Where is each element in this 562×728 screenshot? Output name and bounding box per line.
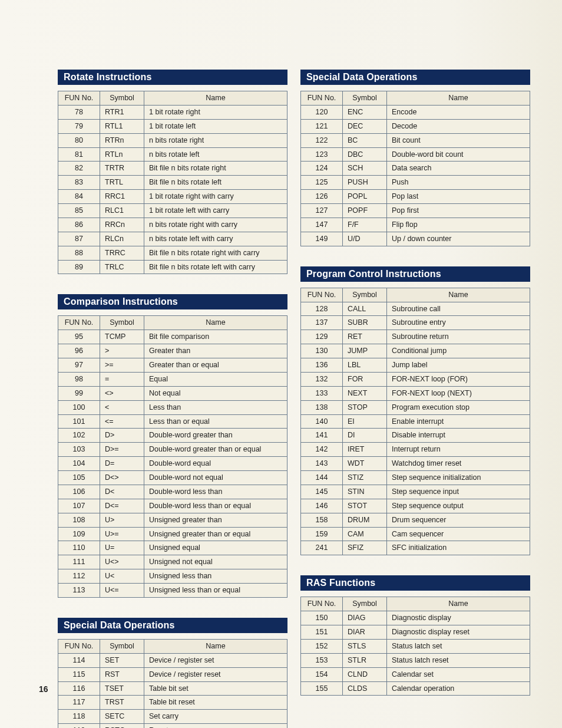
table-row: 79RTL11 bit rotate left [58,119,287,133]
column-header: Name [144,639,287,653]
table-row: 143WDTWatchdog timer reset [301,457,530,471]
name-cell: Up / down counter [387,232,530,246]
table-row: 82TRTRBit file n bits rotate right [58,162,287,176]
name-cell: FOR-NEXT loop (NEXT) [387,386,530,400]
fun-no-cell: 130 [301,344,343,358]
name-cell: Diagnostic display [387,611,530,625]
name-cell: 1 bit rotate right [144,105,287,119]
fun-no-cell: 107 [58,499,100,513]
name-cell: Status latch set [387,639,530,653]
instruction-table: FUN No.SymbolName150DIAGDiagnostic displ… [300,597,530,696]
symbol-cell: U/D [343,232,387,246]
table-row: 112U<Unsigned less than [58,569,287,584]
name-cell: Greater than [144,344,287,358]
name-cell: Push [387,176,530,190]
section: Special Data OperationsFUN No.SymbolName… [300,70,530,246]
symbol-cell: ENC [343,105,387,119]
symbol-cell: PUSH [343,176,387,190]
section: Program Control InstructionsFUN No.Symbo… [300,266,530,556]
fun-no-cell: 117 [58,696,100,710]
fun-no-cell: 143 [301,457,343,471]
fun-no-cell: 155 [301,681,343,696]
symbol-cell: RLCn [100,232,144,246]
name-cell: Unsigned greater than [144,513,287,527]
table-row: 127POPFPop first [301,204,530,218]
name-cell: n bits rotate left with carry [144,232,287,246]
table-row: 151DIARDiagnostic display reset [301,625,530,640]
symbol-cell: RRCn [100,218,144,232]
table-row: 128CALLSubroutine call [301,302,530,316]
name-cell: Diagnostic display reset [387,625,530,640]
symbol-cell: CALL [343,302,387,316]
fun-no-cell: 103 [58,443,100,457]
name-cell: 1 bit rotate left [144,119,287,133]
name-cell: SFC initialization [387,541,530,555]
symbol-cell: DBC [343,147,387,162]
fun-no-cell: 119 [58,724,100,728]
fun-no-cell: 123 [301,147,343,162]
symbol-cell: DEC [343,119,387,133]
name-cell: Double-word not equal [144,471,287,485]
table-row: 121DECDecode [301,119,530,133]
name-cell: Cam sequencer [387,527,530,541]
symbol-cell: STIZ [343,471,387,485]
table-row: 78RTR11 bit rotate right [58,105,287,119]
fun-no-cell: 158 [301,513,343,527]
instruction-table: FUN No.SymbolName114SETDevice / register… [58,639,287,728]
table-row: 97>=Greater than or equal [58,358,287,373]
table-row: 107D<=Double-word less than or equal [58,499,287,513]
name-cell: Double-word less than [144,485,287,499]
fun-no-cell: 89 [58,260,100,274]
fun-no-cell: 104 [58,457,100,471]
table-row: 106D<Double-word less than [58,485,287,499]
table-row: 145STINStep sequence input [301,485,530,499]
name-cell: Double-word less than or equal [144,499,287,513]
symbol-cell: NEXT [343,386,387,400]
fun-no-cell: 136 [301,358,343,373]
symbol-cell: D< [100,485,144,499]
table-row: 123DBCDouble-word bit count [301,147,530,162]
symbol-cell: <= [100,414,144,429]
table-header-row: FUN No.SymbolName [58,91,287,106]
name-cell: Interrupt return [387,443,530,457]
name-cell: Jump label [387,358,530,373]
symbol-cell: POPL [343,190,387,204]
table-row: 101<=Less than or equal [58,414,287,429]
name-cell: Bit file n bits rotate right with carry [144,246,287,260]
symbol-cell: EI [343,414,387,429]
symbol-cell: U<= [100,584,144,598]
fun-no-cell: 115 [58,667,100,681]
symbol-cell: = [100,372,144,386]
table-row: 241SFIZSFC initialization [301,541,530,555]
table-row: 86RRCnn bits rotate right with carry [58,218,287,232]
name-cell: n bits rotate right [144,133,287,147]
name-cell: Reset carry [144,724,287,728]
symbol-cell: SET [100,653,144,667]
column-header: Symbol [343,288,387,302]
table-row: 87RLCnn bits rotate left with carry [58,232,287,246]
fun-no-cell: 100 [58,400,100,414]
name-cell: Bit file n bits rotate left [144,176,287,190]
symbol-cell: D> [100,429,144,443]
column-header: FUN No. [58,639,100,653]
name-cell: Equal [144,372,287,386]
symbol-cell: STOP [343,400,387,414]
name-cell: Encode [387,105,530,119]
fun-no-cell: 88 [58,246,100,260]
fun-no-cell: 138 [301,400,343,414]
symbol-cell: >= [100,358,144,373]
fun-no-cell: 153 [301,653,343,667]
column-header: Name [387,288,530,302]
symbol-cell: RTR1 [100,105,144,119]
fun-no-cell: 81 [58,147,100,162]
symbol-cell: DRUM [343,513,387,527]
name-cell: Bit file n bits rotate left with carry [144,260,287,274]
fun-no-cell: 97 [58,358,100,373]
name-cell: Data search [387,162,530,176]
name-cell: Unsigned equal [144,541,287,555]
instruction-table: FUN No.SymbolName120ENCEncode121DECDecod… [300,91,530,246]
symbol-cell: RRC1 [100,190,144,204]
table-row: 80RTRnn bits rotate right [58,133,287,147]
table-row: 110U=Unsigned equal [58,541,287,555]
table-row: 104D=Double-word equal [58,457,287,471]
